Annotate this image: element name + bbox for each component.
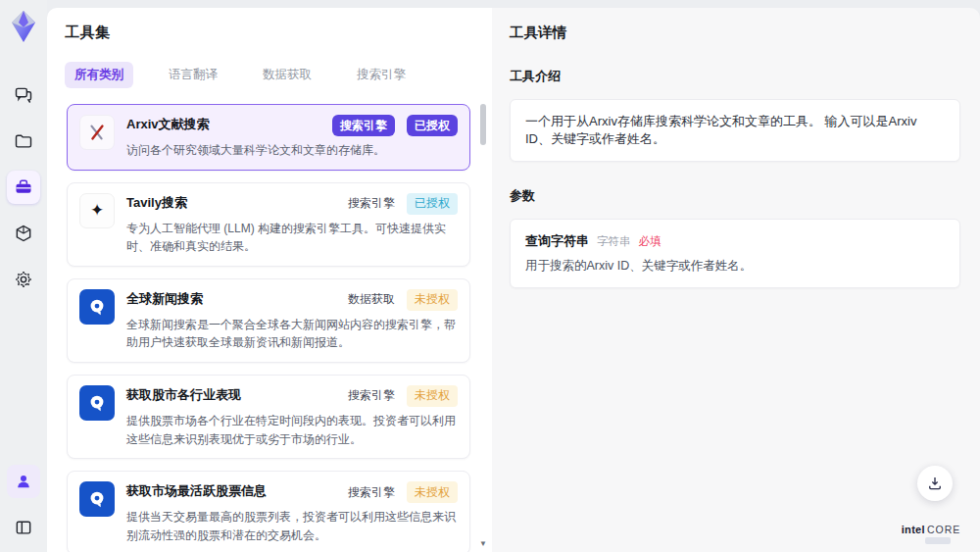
intel-core-logo: intelCORE [900, 524, 962, 544]
left-nav-rail [0, 0, 47, 552]
chat-icon [14, 85, 33, 105]
tool-card-global-news[interactable]: 全球新闻搜索 数据获取 未授权 全球新闻搜索是一个聚合全球各大新闻网站内容的搜索… [67, 278, 470, 363]
param-required-badge: 必填 [639, 234, 662, 249]
page-title: 工具集 [65, 24, 492, 42]
param-box: 查询字符串 字符串 必填 用于搜索的Arxiv ID、关键字或作者姓名。 [510, 219, 960, 288]
panel-layout-icon [14, 518, 33, 537]
category-label: 搜索引擎 [348, 387, 395, 404]
param-type: 字符串 [597, 234, 631, 249]
tool-card-tavily[interactable]: ✦ Tavily搜索 搜索引擎 已授权 专为人工智能代理 (LLM) 构建的搜索… [67, 182, 470, 267]
brand-chip-badge [925, 537, 951, 544]
status-badge: 已授权 [407, 193, 458, 215]
brand-word-intel: intel [902, 524, 925, 535]
tab-all-categories[interactable]: 所有类别 [65, 62, 133, 88]
sidebar-item-tools[interactable] [7, 171, 40, 204]
sidebar-item-chat[interactable] [7, 78, 40, 112]
download-icon [926, 475, 944, 492]
folder-icon [14, 131, 33, 151]
tool-description: 访问各个研究领域大量科学论文和文章的存储库。 [126, 141, 458, 160]
tool-description: 提供股票市场各个行业在特定时间段内的表现。投资者可以利用这些信息来识别表现优于或… [126, 412, 458, 448]
tool-name: 获取股市各行业表现 [126, 385, 348, 404]
sidebar-item-collapse-panel[interactable] [7, 511, 40, 544]
user-icon [14, 472, 33, 491]
category-label: 搜索引擎 [348, 195, 395, 212]
tool-cards: Arxiv文献搜索 搜索引擎 已授权 访问各个研究领域大量科学论文和文章的存储库… [65, 102, 478, 552]
intro-box: 一个用于从Arxiv存储库搜索科学论文和文章的工具。 输入可以是Arxiv ID… [510, 99, 960, 162]
tool-card-arxiv[interactable]: Arxiv文献搜索 搜索引擎 已授权 访问各个研究领域大量科学论文和文章的存储库… [67, 104, 470, 171]
category-tabs: 所有类别 语言翻译 数据获取 搜索引擎 [65, 62, 492, 88]
tool-name: 全球新闻搜索 [126, 289, 348, 308]
settings-gear-icon [14, 270, 33, 289]
tool-description: 专为人工智能代理 (LLM) 构建的搜索引擎工具。可快速提供实时、准确和真实的结… [126, 220, 458, 256]
category-label: 搜索引擎 [348, 484, 395, 501]
tool-card-sector-performance[interactable]: 获取股市各行业表现 搜索引擎 未授权 提供股票市场各个行业在特定时间段内的表现。… [67, 375, 470, 459]
category-label: 数据获取 [348, 291, 395, 308]
params-heading: 参数 [510, 187, 960, 205]
tool-name: 获取市场最活跃股票信息 [126, 481, 348, 500]
cube-icon [14, 224, 33, 243]
tool-card-most-active-stocks[interactable]: 获取市场最活跃股票信息 搜索引擎 未授权 提供当天交易量最高的股票列表，投资者可… [67, 471, 470, 552]
download-button[interactable] [917, 466, 953, 501]
tool-name: Arxiv文献搜索 [126, 115, 332, 133]
arxiv-logo-icon [79, 115, 115, 150]
tool-list-panel: 工具集 所有类别 语言翻译 数据获取 搜索引擎 [47, 8, 492, 552]
app-logo-diamond [7, 8, 40, 45]
tool-detail-panel: 工具详情 工具介绍 一个用于从Arxiv存储库搜索科学论文和文章的工具。 输入可… [492, 8, 980, 552]
detail-title: 工具详情 [510, 24, 960, 42]
news-aggregator-blue-icon [79, 289, 115, 325]
tavily-star-icon: ✦ [79, 193, 115, 228]
tab-language-translation[interactable]: 语言翻译 [159, 62, 227, 88]
tool-description: 全球新闻搜索是一个聚合全球各大新闻网站内容的搜索引擎，帮助用户快速获取全球最新资… [126, 316, 458, 352]
param-name: 查询字符串 [525, 232, 589, 250]
scrollbar-thumb[interactable] [480, 104, 486, 145]
sidebar-item-files[interactable] [7, 125, 40, 158]
status-badge: 已授权 [407, 115, 458, 136]
param-description: 用于搜索的Arxiv ID、关键字或作者姓名。 [525, 258, 945, 275]
status-badge: 未授权 [407, 481, 458, 503]
tool-name: Tavily搜索 [126, 193, 348, 212]
brand-word-core: CORE [927, 524, 960, 535]
tool-description: 提供当天交易量最高的股票列表，投资者可以利用这些信息来识别流动性强的股票和潜在的… [126, 508, 458, 544]
list-scrollbar[interactable]: ▼ [478, 102, 488, 552]
toolbox-icon [14, 177, 33, 197]
status-badge: 未授权 [407, 385, 458, 407]
scrollbar-down-arrow[interactable]: ▼ [479, 540, 487, 548]
sidebar-item-models[interactable] [7, 217, 40, 250]
tab-data-fetch[interactable]: 数据获取 [253, 62, 321, 88]
market-data-blue-icon [79, 481, 115, 517]
tab-search-engine[interactable]: 搜索引擎 [347, 62, 416, 88]
sidebar-item-account[interactable] [7, 465, 40, 498]
category-badge: 搜索引擎 [332, 115, 395, 136]
market-data-blue-icon [79, 385, 115, 421]
tool-list: Arxiv文献搜索 搜索引擎 已授权 访问各个研究领域大量科学论文和文章的存储库… [65, 102, 492, 552]
sidebar-item-settings[interactable] [7, 263, 40, 296]
status-badge: 未授权 [407, 289, 458, 311]
intro-heading: 工具介绍 [510, 68, 960, 85]
intro-text: 一个用于从Arxiv存储库搜索科学论文和文章的工具。 输入可以是Arxiv ID… [525, 113, 945, 148]
main-content: 工具集 所有类别 语言翻译 数据获取 搜索引擎 [47, 8, 980, 552]
